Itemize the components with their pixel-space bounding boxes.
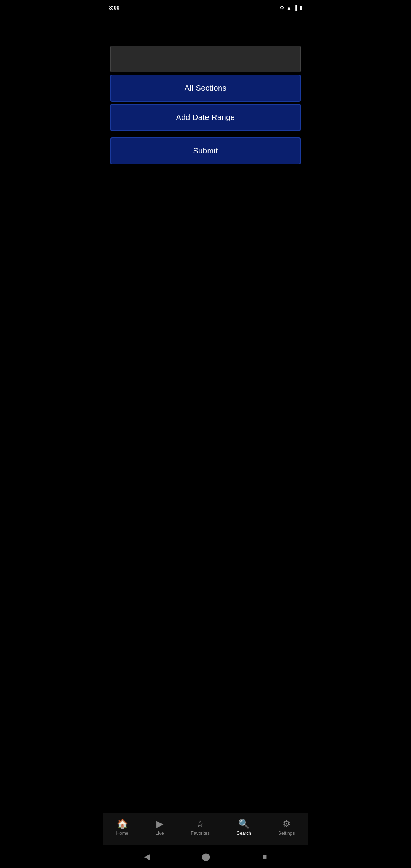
nav-item-settings[interactable]: ⚙ Settings (274, 817, 299, 838)
home-icon: 🏠 (117, 819, 128, 829)
status-bar: 3:00 ⚙ ▲ ▐ ▮ (103, 0, 308, 15)
spacer (110, 164, 301, 805)
live-icon: ▶ (156, 819, 163, 829)
settings-status-icon: ⚙ (280, 5, 284, 11)
settings-icon: ⚙ (282, 819, 291, 829)
wifi-icon: ▲ (287, 5, 292, 11)
submit-button[interactable]: Submit (110, 137, 301, 164)
search-input[interactable] (110, 46, 301, 72)
system-nav: ◀ ⬤ ■ (103, 845, 308, 868)
favorites-icon: ☆ (196, 819, 204, 829)
nav-label-search: Search (237, 831, 251, 836)
status-time: 3:00 (109, 5, 119, 11)
main-content: All Sections Add Date Range Submit (103, 15, 308, 813)
nav-label-home: Home (116, 831, 129, 836)
recent-button[interactable]: ■ (260, 850, 269, 863)
nav-item-live[interactable]: ▶ Live (151, 817, 169, 838)
search-icon: 🔍 (238, 819, 250, 829)
nav-label-favorites: Favorites (191, 831, 210, 836)
back-button[interactable]: ◀ (142, 850, 152, 863)
signal-icon: ▐ (294, 5, 297, 11)
nav-label-settings: Settings (278, 831, 295, 836)
home-button[interactable]: ⬤ (199, 850, 212, 863)
search-input-container (110, 46, 301, 72)
nav-item-home[interactable]: 🏠 Home (112, 817, 133, 838)
nav-label-live: Live (156, 831, 164, 836)
nav-item-favorites[interactable]: ☆ Favorites (186, 817, 214, 838)
nav-item-search[interactable]: 🔍 Search (232, 817, 256, 838)
bottom-nav: 🏠 Home ▶ Live ☆ Favorites 🔍 Search ⚙ Set… (103, 813, 308, 845)
all-sections-button[interactable]: All Sections (110, 75, 301, 102)
add-date-range-button[interactable]: Add Date Range (110, 104, 301, 131)
divider (110, 134, 301, 134)
battery-icon: ▮ (299, 5, 302, 11)
status-icons: ⚙ ▲ ▐ ▮ (280, 5, 302, 11)
